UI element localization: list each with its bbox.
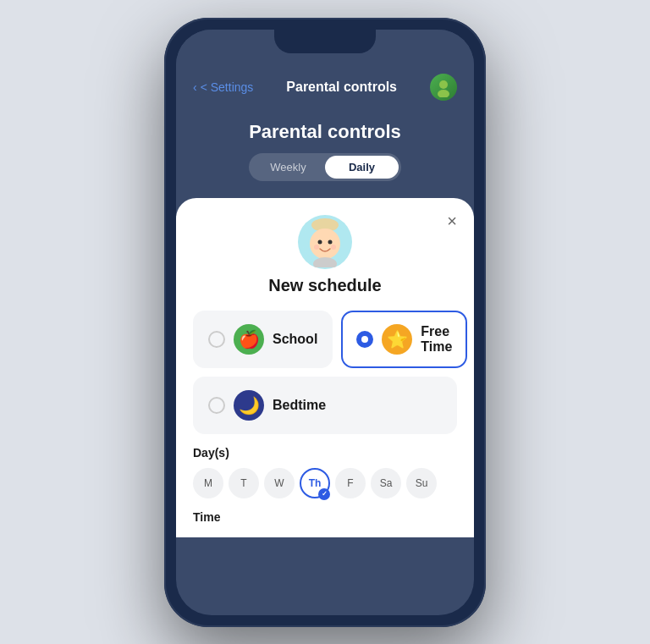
day-tuesday[interactable]: T xyxy=(229,468,259,498)
back-label[interactable]: < Settings xyxy=(201,80,254,94)
svg-point-0 xyxy=(439,80,448,89)
modal-sheet: × xyxy=(176,198,474,537)
day-sunday[interactable]: Su xyxy=(406,468,437,498)
day-friday[interactable]: F xyxy=(335,468,366,498)
bedtime-radio[interactable] xyxy=(208,397,225,414)
child-avatar-svg xyxy=(300,217,350,267)
back-button[interactable]: ‹ < Settings xyxy=(193,80,253,94)
svg-point-8 xyxy=(331,245,336,250)
bedtime-option[interactable]: 🌙 Bedtime xyxy=(193,377,457,434)
sheet-title: New schedule xyxy=(193,276,457,295)
star-icon: ⭐ xyxy=(387,329,408,350)
days-label: Day(s) xyxy=(193,446,457,460)
svg-point-4 xyxy=(310,228,340,259)
chevron-left-icon: ‹ xyxy=(193,80,197,94)
free-time-option[interactable]: ⭐ Free Time xyxy=(341,311,467,368)
scene: ‹ < Settings Parental controls Parental … xyxy=(0,0,650,644)
school-label: School xyxy=(273,332,317,347)
school-icon: 🍎 xyxy=(234,324,264,355)
svg-point-5 xyxy=(318,239,322,244)
school-option[interactable]: 🍎 School xyxy=(193,311,333,368)
phone-frame: ‹ < Settings Parental controls Parental … xyxy=(164,18,486,627)
toggle-container: Weekly Daily xyxy=(249,153,401,181)
notch xyxy=(274,30,376,53)
close-button[interactable]: × xyxy=(447,212,457,231)
time-label: Time xyxy=(193,510,457,524)
day-thursday[interactable]: Th ✓ xyxy=(300,468,330,498)
days-row: M T W Th ✓ F Sa xyxy=(193,468,457,498)
apple-icon: 🍎 xyxy=(239,329,260,350)
svg-point-7 xyxy=(314,245,319,250)
bedtime-label: Bedtime xyxy=(273,398,326,413)
daily-toggle[interactable]: Daily xyxy=(325,156,399,179)
svg-point-6 xyxy=(328,239,333,244)
child-avatar xyxy=(298,215,352,269)
free-time-radio[interactable] xyxy=(356,331,373,348)
day-wednesday[interactable]: W xyxy=(264,468,295,498)
school-radio[interactable] xyxy=(208,331,225,348)
svg-point-1 xyxy=(438,90,449,97)
nav-avatar xyxy=(430,74,457,101)
free-time-label: Free Time xyxy=(421,324,452,355)
options-grid: 🍎 School ⭐ Free Time xyxy=(193,311,457,368)
day-saturday[interactable]: Sa xyxy=(371,468,401,498)
header-title: Parental controls xyxy=(193,121,457,143)
avatar-icon xyxy=(433,77,454,97)
day-monday[interactable]: M xyxy=(193,468,223,498)
avatar-container xyxy=(193,215,457,269)
nav-bar: ‹ < Settings Parental controls xyxy=(176,67,474,107)
header-section: Parental controls Weekly Daily xyxy=(176,107,474,198)
radio-dot xyxy=(361,336,368,343)
weekly-toggle[interactable]: Weekly xyxy=(251,156,325,179)
moon-icon: 🌙 xyxy=(239,395,260,416)
free-time-icon: ⭐ xyxy=(382,324,412,355)
thursday-checkmark: ✓ xyxy=(318,488,330,500)
nav-title: Parental controls xyxy=(286,80,397,95)
bedtime-icon: 🌙 xyxy=(234,390,264,421)
phone-screen: ‹ < Settings Parental controls Parental … xyxy=(176,30,474,615)
